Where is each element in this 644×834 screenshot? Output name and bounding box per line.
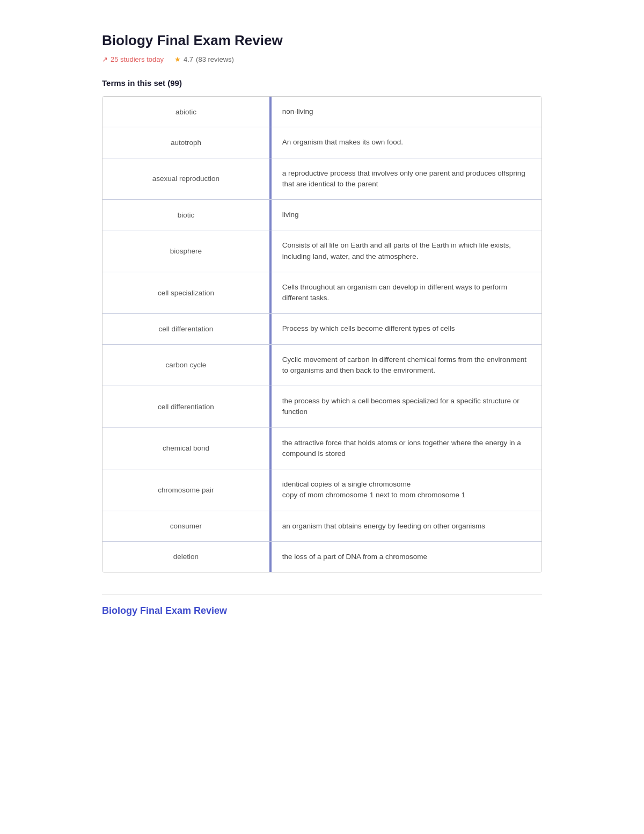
term-cell: cell specialization (103, 272, 269, 314)
definition-cell: identical copies of a single chromosome … (272, 469, 541, 511)
definition-cell: a reproductive process that involves onl… (272, 158, 541, 200)
term-cell: autotroph (103, 127, 269, 157)
table-row: cell differentiationthe process by which… (103, 386, 541, 428)
term-cell: biotic (103, 200, 269, 230)
definition-cell: living (272, 200, 541, 230)
rating-count: (83 reviews) (196, 55, 234, 63)
footer-section: Biology Final Exam Review (102, 594, 542, 617)
definition-cell: Cyclic movement of carbon in different c… (272, 345, 541, 386)
table-row: autotrophAn organism that makes its own … (103, 127, 541, 158)
table-row: carbon cycleCyclic movement of carbon in… (103, 345, 541, 387)
table-row: cell differentationProcess by which cell… (103, 314, 541, 344)
term-cell: carbon cycle (103, 345, 269, 386)
star-icon: ★ (174, 55, 181, 63)
term-cell: chromosome pair (103, 469, 269, 511)
term-cell: consumer (103, 511, 269, 541)
rating-value: 4.7 (184, 55, 193, 63)
studiers-text: 25 studiers today (111, 55, 164, 63)
term-cell: abiotic (103, 97, 269, 127)
term-cell: cell differentiation (103, 386, 269, 427)
term-cell: asexual reproduction (103, 158, 269, 200)
table-row: deletionthe loss of a part of DNA from a… (103, 542, 541, 572)
definition-cell: Process by which cells become different … (272, 314, 541, 344)
terms-table: abioticnon-livingautotrophAn organism th… (102, 96, 542, 572)
rating-badge: ★ 4.7 (83 reviews) (174, 55, 234, 63)
definition-cell: Cells throughout an organism can develop… (272, 272, 541, 314)
table-row: chromosome pairidentical copies of a sin… (103, 469, 541, 511)
page-title: Biology Final Exam Review (102, 32, 542, 49)
table-row: abioticnon-living (103, 97, 541, 127)
meta-row: ↗ 25 studiers today ★ 4.7 (83 reviews) (102, 55, 542, 63)
section-title: Terms in this set (99) (102, 78, 542, 88)
term-cell: chemical bond (103, 428, 269, 469)
definition-cell: the process by which a cell becomes spec… (272, 386, 541, 427)
table-row: chemical bondthe attractive force that h… (103, 428, 541, 470)
definition-cell: An organism that makes its own food. (272, 127, 541, 157)
definition-cell: the loss of a part of DNA from a chromos… (272, 542, 541, 572)
studiers-badge: ↗ 25 studiers today (102, 55, 164, 63)
table-row: biosphereConsists of all life on Earth a… (103, 230, 541, 272)
definition-cell: an organism that obtains energy by feedi… (272, 511, 541, 541)
table-row: bioticliving (103, 200, 541, 230)
term-cell: deletion (103, 542, 269, 572)
definition-cell: the attractive force that holds atoms or… (272, 428, 541, 469)
definition-cell: Consists of all life on Earth and all pa… (272, 230, 541, 272)
definition-cell: non-living (272, 97, 541, 127)
term-cell: cell differentation (103, 314, 269, 344)
page-container: Biology Final Exam Review ↗ 25 studiers … (80, 0, 564, 640)
footer-title: Biology Final Exam Review (102, 605, 542, 617)
table-row: asexual reproductiona reproductive proce… (103, 158, 541, 200)
table-row: cell specializationCells throughout an o… (103, 272, 541, 314)
trending-icon: ↗ (102, 55, 108, 63)
term-cell: biosphere (103, 230, 269, 272)
table-row: consumeran organism that obtains energy … (103, 511, 541, 542)
